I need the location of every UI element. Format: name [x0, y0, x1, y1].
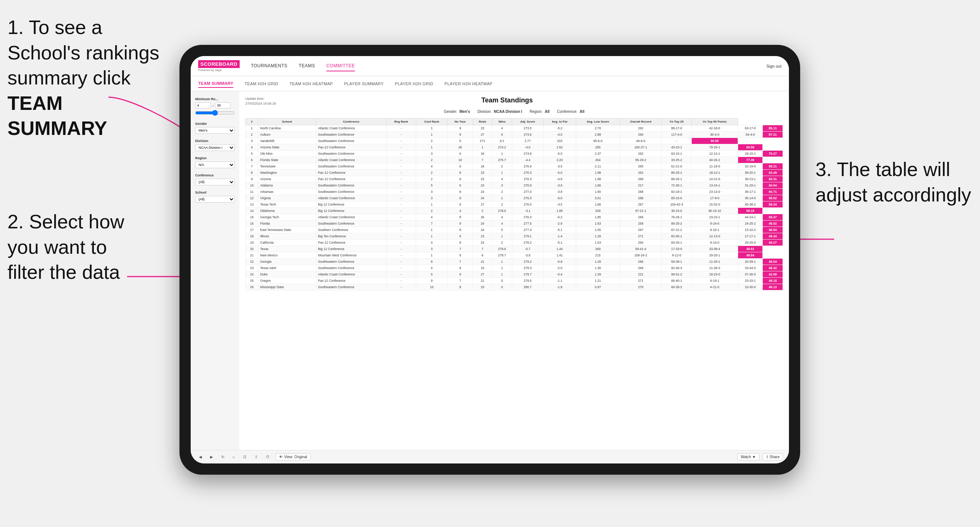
tablet-frame: SCOREBOARD Powered by clippi TOURNAMENTS…: [180, 45, 800, 475]
table-header-row: # School Conference Reg Rank Conf Rank N…: [246, 119, 783, 125]
min-rank-from-input[interactable]: [195, 102, 211, 108]
sub-nav-player-h2h-heatmap[interactable]: PLAYER H2H HEATMAP: [445, 80, 492, 87]
sub-nav-team-h2h-heatmap[interactable]: TEAM H2H HEATMAP: [290, 80, 333, 87]
share-icon: ⇧: [766, 455, 769, 459]
sub-nav-player-h2h-grid[interactable]: PLAYER H2H GRID: [395, 80, 433, 87]
tablet-screen: SCOREBOARD Powered by clippi TOURNAMENTS…: [191, 56, 789, 464]
sidebar: Minimum Ro... - Gender Men's Women's: [191, 91, 239, 450]
filter-region: Region: All: [530, 110, 550, 114]
sidebar-conference-label: Conference: [195, 173, 235, 177]
table-title: Team Standings: [276, 97, 738, 104]
sidebar-gender-select[interactable]: Men's Women's: [195, 127, 235, 134]
table-row: 24DukeAtlantic Coast Conference-59271279…: [246, 271, 783, 278]
sub-nav-team-summary[interactable]: TEAM SUMMARY: [198, 79, 233, 88]
filter-gender: Gender: Men's: [444, 110, 470, 114]
toolbar-right: Watch ▼ ⇧ Share: [737, 453, 783, 460]
table-row: 16FloridaSoutheastern Conference-7924427…: [246, 221, 783, 227]
logo-area: SCOREBOARD Powered by clippi: [198, 60, 240, 72]
col-vs-top25: Vs Top 25: [662, 119, 692, 125]
table-row: 2AuburnSoutheastern Conference-19276273.…: [246, 132, 783, 138]
table-row: 19CaliforniaPac-12 Conference-48242278.2…: [246, 240, 783, 246]
bottom-toolbar: ◀ ▶ ↻ ⌂ ☷ ⇧ ⏱ 👁 View: Original Watch ▼ ⇧…: [191, 450, 789, 464]
share-button[interactable]: ⇧ Share: [762, 453, 783, 460]
table-row: 13Texas TechBig 12 Conference-19272276.0…: [246, 202, 783, 208]
min-rank-range: -: [195, 102, 235, 108]
col-no-tour: No Tour: [447, 119, 473, 125]
min-rank-to-input[interactable]: [215, 102, 231, 108]
sign-out-button[interactable]: Sign out: [767, 64, 781, 68]
toolbar-refresh-btn[interactable]: ↻: [219, 454, 227, 460]
col-rnds: Rnds: [473, 119, 492, 125]
table-row: 18IllinoisBig Ten Conference-19231279.1-…: [246, 233, 783, 240]
table-row: 26Mississippi StateSoutheastern Conferen…: [246, 284, 783, 290]
table-row: 8WashingtonPac-12 Conference-28231276.3-…: [246, 170, 783, 176]
nav-item-tournaments[interactable]: TOURNAMENTS: [251, 61, 288, 71]
filter-row: Gender: Men's Division: NCAA Division I …: [245, 110, 783, 114]
sidebar-gender-label: Gender: [195, 122, 235, 125]
table-row: 12VirginiaAtlantic Coast Conference-3824…: [246, 195, 783, 202]
table-row: 5Ole MissSoutheastern Conference-3618127…: [246, 151, 783, 157]
table-row: 11ArkansasSoutheastern Conference-382422…: [246, 189, 783, 195]
table-row: 9ArizonaPac-12 Conference-28234276.3-4.6…: [246, 176, 783, 183]
nav-item-teams[interactable]: TEAMS: [299, 61, 315, 71]
toolbar-back-btn[interactable]: ◀: [197, 454, 204, 460]
table-row: 22GeorgiaSoutheastern Conference-8721127…: [246, 259, 783, 265]
table-area: Update time: 27/03/2024 16:56:26 Team St…: [239, 91, 789, 450]
filter-conference: Conference: All: [557, 110, 584, 114]
table-header-area: Update time: 27/03/2024 16:56:26 Team St…: [245, 97, 783, 106]
col-conference: Conference: [316, 119, 386, 125]
table-row: 17East Tennessee StateSouthern Conferenc…: [246, 227, 783, 233]
toolbar-clock-btn[interactable]: ⏱: [264, 454, 272, 460]
main-content: Minimum Ro... - Gender Men's Women's: [191, 91, 789, 450]
col-vs-top50: Vs Top 50 Points: [692, 119, 738, 125]
sidebar-conference-select[interactable]: (All): [195, 179, 235, 186]
col-conf-rank: Conf Rank: [416, 119, 447, 125]
nav-item-committee[interactable]: COMMITTEE: [326, 61, 355, 71]
view-original-button[interactable]: 👁 View: Original: [275, 453, 311, 460]
table-row: 7TennesseeSoutheastern Conference-461822…: [246, 163, 783, 170]
update-time: Update time: 27/03/2024 16:56:26: [245, 97, 276, 106]
table-row: 23Texas A&MSoutheastern Conference-49101…: [246, 265, 783, 271]
table-row: 6Florida StateAtlantic Coast Conference-…: [246, 157, 783, 163]
toolbar-home-btn[interactable]: ⌂: [230, 454, 237, 460]
toolbar-forward-btn[interactable]: ▶: [208, 454, 215, 460]
filter-division: Division: NCAA Division I: [477, 110, 522, 114]
toolbar-grid-btn[interactable]: ☷: [241, 454, 249, 460]
sub-nav: TEAM SUMMARY TEAM H2H GRID TEAM H2H HEAT…: [191, 76, 789, 91]
sidebar-region-select[interactable]: N/A All: [195, 162, 235, 168]
table-row: 4Arizona StatePac-12 Conference-1261274.…: [246, 144, 783, 151]
sidebar-school-label: School: [195, 190, 235, 194]
table-row: 3VanderbiltSoutheastern Conference-25271…: [246, 138, 783, 144]
table-row: 1North CarolinaAtlantic Coast Conference…: [246, 125, 783, 132]
col-overall: Overall Record: [620, 119, 662, 125]
col-school: School: [258, 119, 316, 125]
sidebar-school-select[interactable]: (All): [195, 196, 235, 203]
sidebar-division-section: Division NCAA Division I NCAA Division I…: [195, 139, 235, 151]
table-row: 15Georgia TechAtlantic Coast Conference-…: [246, 214, 783, 221]
sidebar-gender-section: Gender Men's Women's: [195, 122, 235, 134]
toolbar-share-icon-btn[interactable]: ⇧: [252, 454, 260, 460]
sidebar-division-select[interactable]: NCAA Division I NCAA Division II NCAA Di…: [195, 144, 235, 151]
view-icon: 👁: [279, 455, 283, 459]
min-rank-slider[interactable]: [195, 110, 235, 116]
nav-items: TOURNAMENTS TEAMS COMMITTEE: [251, 61, 767, 71]
sidebar-conference-section: Conference (All): [195, 173, 235, 186]
col-wins: Wins: [492, 119, 512, 125]
table-row: 25OregonPac-12 Conference-97210279.5-1.1…: [246, 278, 783, 284]
logo-sub: Powered by clippi: [198, 68, 240, 72]
sidebar-region-section: Region N/A All: [195, 156, 235, 168]
watch-button[interactable]: Watch ▼: [737, 453, 759, 460]
table-row: 20TexasBig 12 Conference-377278.6-0.71.4…: [246, 246, 783, 252]
sidebar-division-label: Division: [195, 139, 235, 143]
table-row: 21New MexicoMountain West Conference-196…: [246, 252, 783, 259]
col-avg-to-par: Avg. to Par: [543, 119, 576, 125]
nav-bar: SCOREBOARD Powered by clippi TOURNAMENTS…: [191, 56, 789, 76]
sub-nav-team-h2h-grid[interactable]: TEAM H2H GRID: [245, 80, 278, 87]
instruction-step2: 2. Select how you want to filter the dat…: [8, 209, 124, 285]
table-row: 14OklahomaBig 12 Conference-242278.5-3.1…: [246, 208, 783, 214]
sidebar-school-section: School (All): [195, 190, 235, 203]
sidebar-region-label: Region: [195, 156, 235, 160]
sub-nav-player-summary[interactable]: PLAYER SUMMARY: [344, 80, 383, 87]
col-avg-low: Avg. Low Score: [576, 119, 620, 125]
logo-scoreboard: SCOREBOARD: [198, 60, 240, 68]
